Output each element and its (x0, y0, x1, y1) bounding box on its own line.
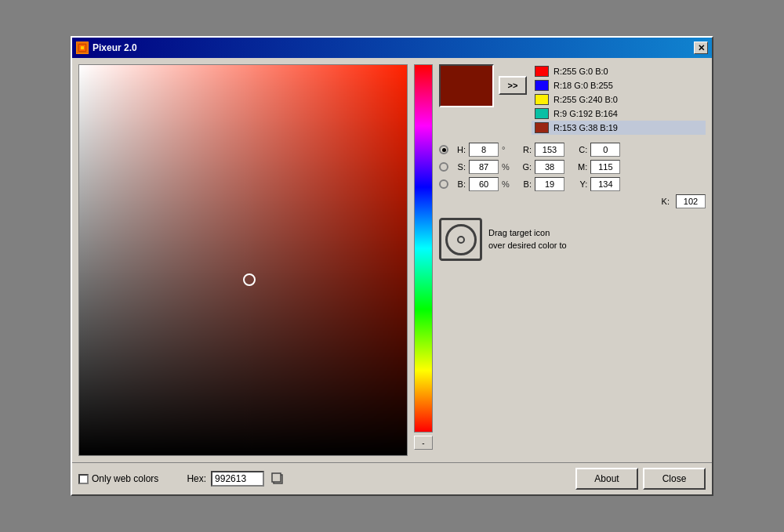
web-colors-label: Only web colors (92, 473, 158, 484)
green-input[interactable] (535, 160, 564, 174)
c-label: C: (573, 145, 587, 154)
swatch-color-2 (535, 94, 549, 105)
swatch-label-3: R:9 G:192 B:164 (554, 109, 618, 118)
swatch-item[interactable]: R:255 G:240 B:0 (532, 92, 706, 107)
close-button[interactable]: Close (643, 468, 706, 490)
swatch-label-1: R:18 G:0 B:255 (554, 81, 613, 90)
swatch-label-4: R:153 G:38 B:19 (554, 123, 618, 132)
window-body: - >> R:255 G:0 B:0 R:18 G:0 B:255 (72, 58, 712, 462)
svg-rect-2 (81, 46, 84, 49)
hex-input[interactable] (211, 471, 264, 487)
sat-radio[interactable] (439, 162, 448, 172)
web-colors-checkbox[interactable] (78, 474, 89, 484)
swatch-color-4 (535, 122, 549, 133)
web-colors-checkbox-area: Only web colors (78, 473, 158, 484)
s-label: S: (452, 162, 466, 172)
add-to-swatches-button[interactable]: >> (499, 76, 527, 95)
k-input[interactable] (676, 194, 706, 208)
color-values: H: ° R: C: S: % G: (439, 143, 706, 208)
spectrum-bar[interactable] (414, 64, 433, 432)
c-input[interactable] (590, 143, 620, 157)
k-label: K: (655, 197, 670, 206)
b2-label: B: (517, 179, 532, 189)
spectrum-minus-button[interactable]: - (414, 436, 433, 450)
hue-row: H: ° R: C: (439, 143, 706, 157)
sat-input[interactable] (469, 160, 499, 174)
blue-input[interactable] (535, 177, 564, 191)
s-unit: % (502, 162, 514, 172)
swatch-color-3 (535, 108, 549, 119)
hue-radio[interactable] (439, 145, 448, 154)
drag-inner-circle (457, 236, 465, 244)
titlebar: Pixeur 2.0 ✕ (72, 38, 712, 58)
swatch-color-0 (535, 66, 549, 77)
hex-label: Hex: (187, 473, 206, 484)
copy-icon (270, 472, 285, 486)
color-gradient-canvas[interactable] (79, 65, 407, 455)
g-label: G: (517, 162, 532, 172)
swatch-item[interactable]: R:18 G:0 B:255 (532, 78, 706, 92)
spectrum-container: - (414, 64, 433, 456)
swatches-list: R:255 G:0 B:0 R:18 G:0 B:255 R:255 G:240… (532, 64, 706, 135)
h-unit: ° (502, 145, 514, 154)
swatch-item-selected[interactable]: R:153 G:38 B:19 (532, 121, 706, 135)
bottom-bar: Only web colors Hex: About Close (72, 462, 712, 494)
drag-target-row: Drag target iconover desired color to (439, 218, 706, 261)
drag-target-text: Drag target iconover desired color to (488, 227, 706, 252)
k-row: K: (439, 194, 706, 208)
m-input[interactable] (590, 160, 620, 174)
about-button[interactable]: About (575, 468, 638, 490)
close-window-button[interactable]: ✕ (694, 42, 708, 54)
svg-rect-4 (272, 473, 281, 482)
copy-hex-button[interactable] (269, 471, 286, 487)
titlebar-left: Pixeur 2.0 (76, 42, 137, 54)
drag-outer-circle (445, 224, 477, 255)
swatch-label-2: R:255 G:240 B:0 (554, 95, 618, 104)
main-window: Pixeur 2.0 ✕ - >> R:255 G (71, 36, 713, 496)
sat-row: S: % G: M: (439, 160, 706, 174)
y-input[interactable] (590, 177, 620, 191)
h-label: H: (452, 145, 466, 154)
app-icon (76, 42, 89, 54)
bri-radio[interactable] (439, 179, 448, 189)
b-unit: % (502, 179, 514, 189)
bri-row: B: % B: Y: (439, 177, 706, 191)
swatch-color-1 (535, 80, 549, 91)
red-input[interactable] (535, 143, 564, 157)
swatches-row: >> R:255 G:0 B:0 R:18 G:0 B:255 (439, 64, 706, 135)
swatch-item[interactable]: R:9 G:192 B:164 (532, 107, 706, 121)
bri-input[interactable] (469, 177, 499, 191)
selected-color-box (439, 64, 494, 107)
y-label: Y: (573, 179, 587, 189)
swatch-label-0: R:255 G:0 B:0 (554, 67, 608, 76)
swatch-item[interactable]: R:255 G:0 B:0 (532, 64, 706, 78)
r-label: R: (517, 145, 532, 154)
b-label: B: (452, 179, 466, 189)
drag-target-icon[interactable] (439, 218, 482, 261)
color-picker-area[interactable] (78, 64, 408, 456)
m-label: M: (573, 162, 587, 172)
hue-input[interactable] (469, 143, 499, 157)
right-panel: >> R:255 G:0 B:0 R:18 G:0 B:255 (439, 64, 706, 456)
window-title: Pixeur 2.0 (93, 42, 137, 53)
